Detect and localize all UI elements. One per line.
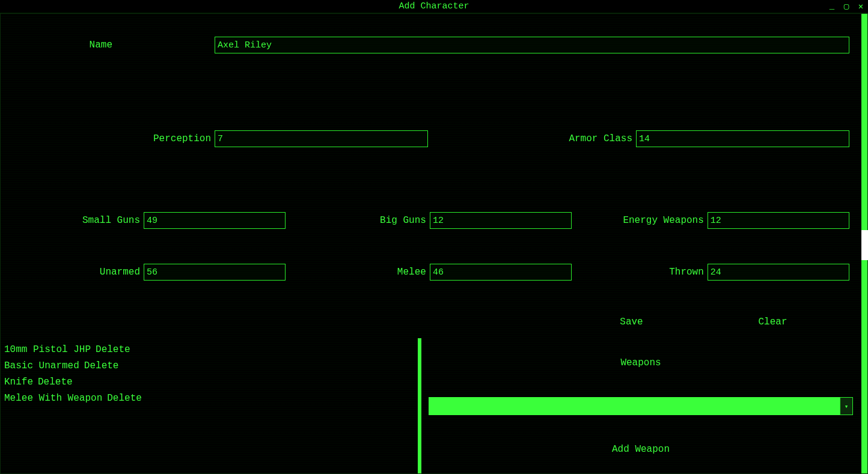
name-row: Name [4, 37, 855, 53]
list-item: Basic Unarmed Delete [4, 358, 414, 374]
perception-ac-row: Perception Armor Class [4, 130, 855, 147]
armor-class-input[interactable] [636, 130, 849, 147]
armor-class-label: Armor Class [430, 133, 636, 144]
guns-row: Small Guns Big Guns Energy Weapons [4, 212, 855, 229]
list-item: Knife Delete [4, 374, 414, 390]
clear-button[interactable]: Clear [702, 317, 843, 327]
melee-input[interactable] [430, 264, 572, 281]
melee-row: Unarmed Melee Thrown [4, 264, 855, 281]
list-item: Melee With Weapon Delete [4, 390, 414, 407]
window-title: Add Character [399, 1, 469, 11]
weapon-select[interactable]: ▾ [429, 397, 853, 415]
small-guns-label: Small Guns [4, 215, 144, 226]
energy-weapons-input[interactable] [708, 212, 849, 229]
scrollbar[interactable] [861, 14, 867, 473]
thrown-label: Thrown [572, 267, 708, 278]
name-input[interactable] [215, 37, 849, 53]
action-button-row: Save Clear [4, 317, 855, 327]
small-guns-input[interactable] [144, 212, 286, 229]
weapons-heading: Weapons [620, 357, 661, 368]
big-guns-label: Big Guns [288, 215, 430, 226]
minimize-icon[interactable]: _ [827, 1, 837, 11]
weapon-name[interactable]: Knife [4, 374, 33, 390]
melee-label: Melee [288, 267, 430, 278]
perception-label: Perception [4, 133, 215, 144]
energy-weapons-label: Energy Weapons [572, 215, 708, 226]
perception-input[interactable] [215, 130, 428, 147]
window-controls: _ ▢ ✕ [827, 1, 866, 11]
character-form: Name Perception Armor Class Small Guns B… [1, 14, 867, 327]
name-label: Name [4, 40, 215, 50]
delete-link[interactable]: Delete [84, 358, 119, 374]
delete-link[interactable]: Delete [107, 390, 142, 407]
chevron-down-icon: ▾ [840, 397, 853, 415]
unarmed-label: Unarmed [4, 267, 144, 278]
delete-link[interactable]: Delete [96, 342, 130, 358]
unarmed-input[interactable] [144, 264, 286, 281]
thrown-input[interactable] [708, 264, 849, 281]
titlebar: Add Character _ ▢ ✕ [0, 0, 868, 13]
close-icon[interactable]: ✕ [856, 1, 866, 11]
maximize-icon[interactable]: ▢ [842, 1, 851, 11]
save-button[interactable]: Save [561, 317, 702, 327]
lower-panel: 10mm Pistol JHP Delete Basic Unarmed Del… [1, 338, 860, 473]
add-weapon-button[interactable]: Add Weapon [612, 444, 670, 455]
weapon-name[interactable]: Melee With Weapon [4, 390, 102, 407]
weapon-name[interactable]: 10mm Pistol JHP [4, 342, 91, 358]
delete-link[interactable]: Delete [38, 374, 73, 390]
list-item: 10mm Pistol JHP Delete [4, 342, 414, 358]
big-guns-input[interactable] [430, 212, 572, 229]
weapon-select-value [429, 397, 840, 415]
content-area: Name Perception Armor Class Small Guns B… [0, 13, 868, 474]
weapons-panel: Weapons ▾ Add Weapon [421, 338, 860, 473]
weapon-name[interactable]: Basic Unarmed [4, 358, 79, 374]
equipped-list: 10mm Pistol JHP Delete Basic Unarmed Del… [1, 338, 421, 473]
